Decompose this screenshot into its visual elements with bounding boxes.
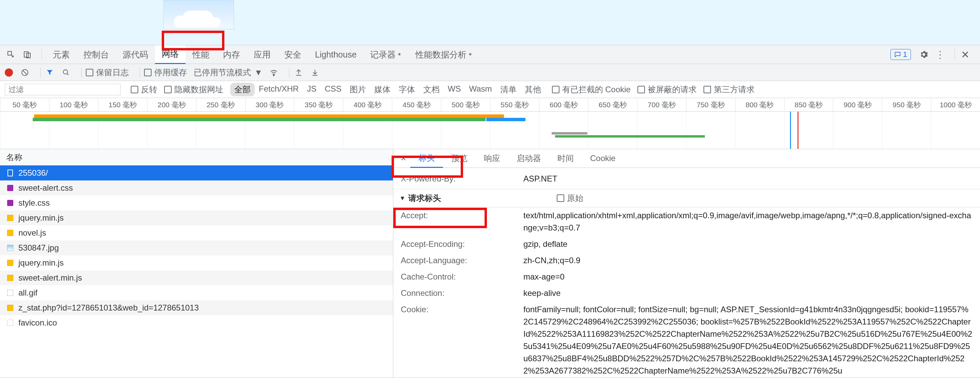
page-image-thumbnail	[164, 0, 234, 29]
request-row[interactable]: sweet-alert.min.js	[0, 270, 393, 285]
search-icon[interactable]	[61, 67, 71, 78]
detail-tab-启动器[interactable]: 启动器	[508, 149, 549, 168]
tab-性能数据分析[interactable]: 性能数据分析	[409, 45, 479, 64]
request-detail-panel: × 标头预览响应启动器时间Cookie X-Powered-By: ASP.NE…	[393, 149, 980, 377]
file-type-icon	[6, 184, 14, 192]
file-type-icon	[6, 304, 14, 312]
status-bar: 11 个请求 已传输 24.5 kB 372 kB 项资源 完成用时：949 毫…	[0, 377, 980, 380]
header-value: max-age=0	[523, 271, 972, 283]
request-row[interactable]: all.gif	[0, 285, 393, 301]
dropdown-icon[interactable]: ▼	[255, 68, 262, 77]
download-icon[interactable]	[310, 67, 320, 78]
filter-type-其他[interactable]: 其他	[521, 83, 545, 96]
request-row[interactable]: style.css	[0, 196, 393, 210]
filter-type-全部[interactable]: 全部	[230, 83, 255, 96]
file-type-icon	[6, 229, 14, 237]
request-row[interactable]: jquery.min.js	[0, 210, 393, 226]
filter-type-Wasm[interactable]: Wasm	[465, 83, 496, 96]
waterfall-overview[interactable]	[0, 112, 980, 149]
request-row[interactable]: sweet-alert.css	[0, 180, 393, 196]
wifi-icon[interactable]	[269, 67, 279, 78]
detail-tab-Cookie[interactable]: Cookie	[582, 149, 624, 168]
tab-元素[interactable]: 元素	[46, 45, 76, 64]
tab-Lighthouse[interactable]: Lighthouse	[308, 45, 363, 64]
request-row[interactable]: jquery.min.js	[0, 255, 393, 270]
detail-tabs: × 标头预览响应启动器时间Cookie	[393, 149, 980, 168]
request-row[interactable]: z_stat.php?id=1278651013&web_id=12786510…	[0, 301, 393, 315]
messages-count: 1	[903, 50, 907, 59]
file-type-icon	[6, 214, 14, 222]
filter-input[interactable]	[5, 84, 121, 95]
raw-checkbox[interactable]: 原始	[557, 193, 583, 204]
header-value: fontFamily=null; fontColor=null; fontSiz…	[523, 304, 972, 377]
disclosure-triangle-icon: ▼	[399, 195, 406, 202]
filter-type-清单[interactable]: 清单	[496, 83, 521, 96]
settings-icon[interactable]	[918, 48, 930, 60]
filter-type-WS[interactable]: WS	[444, 83, 465, 96]
filter-icon[interactable]	[45, 67, 55, 78]
request-row[interactable]: novel.js	[0, 226, 393, 240]
file-type-icon	[6, 244, 14, 252]
request-list: 名称 255036/sweet-alert.cssstyle.cssjquery…	[0, 149, 393, 377]
file-type-icon	[6, 289, 14, 297]
file-type-icon	[6, 259, 14, 267]
header-key: Cache-Control:	[401, 271, 523, 283]
file-type-icon	[6, 199, 14, 207]
header-value: ASP.NET	[523, 173, 972, 185]
header-key: Connection:	[401, 287, 523, 299]
devtools-toolbar: 元素控制台源代码网络性能内存应用安全Lighthouse记录器 性能数据分析 1…	[0, 45, 980, 64]
file-type-icon	[6, 274, 14, 282]
header-key: Accept-Language:	[401, 254, 523, 267]
filter-type-Fetch/XHR[interactable]: Fetch/XHR	[255, 83, 303, 96]
preserve-log-checkbox[interactable]: 保留日志	[86, 67, 129, 78]
inspect-icon[interactable]	[5, 48, 17, 60]
tab-记录器[interactable]: 记录器	[363, 45, 409, 64]
filter-type-媒体[interactable]: 媒体	[370, 83, 395, 96]
header-key: Accept-Encoding:	[401, 238, 523, 250]
header-value: keep-alive	[523, 287, 972, 299]
header-key: Cookie:	[401, 304, 523, 377]
disable-cache-label: 停用缓存	[154, 67, 187, 78]
tab-应用[interactable]: 应用	[247, 45, 277, 64]
request-row[interactable]: 255036/	[0, 165, 393, 180]
timeline-ruler[interactable]: 50 毫秒100 毫秒150 毫秒200 毫秒250 毫秒300 毫秒350 毫…	[0, 98, 980, 112]
request-row[interactable]: favicon.ico	[0, 315, 393, 330]
detail-tab-时间[interactable]: 时间	[549, 149, 582, 168]
request-row[interactable]: 530847.jpg	[0, 240, 393, 255]
highlight-headers-tab	[391, 156, 463, 178]
filter-bar: 反转 隐藏数据网址 全部Fetch/XHRJSCSS图片媒体字体文档WSWasm…	[0, 81, 980, 98]
tab-控制台[interactable]: 控制台	[76, 45, 116, 64]
network-subtoolbar: 保留日志 停用缓存 已停用节流模式 ▼	[0, 64, 980, 81]
tab-源代码[interactable]: 源代码	[116, 45, 155, 64]
device-toggle-icon[interactable]	[21, 48, 33, 60]
detail-tab-响应[interactable]: 响应	[476, 149, 508, 168]
close-devtools-icon[interactable]: ✕	[959, 48, 971, 60]
third-party-checkbox[interactable]: 第三方请求	[703, 84, 754, 95]
preserve-log-label: 保留日志	[96, 67, 129, 78]
filter-type-文档[interactable]: 文档	[419, 83, 444, 96]
tab-安全[interactable]: 安全	[277, 45, 308, 64]
blocked-cookies-checkbox[interactable]: 有已拦截的 Cookie	[552, 84, 631, 95]
disable-cache-checkbox[interactable]: 停用缓存	[144, 67, 187, 78]
invert-checkbox[interactable]: 反转	[131, 84, 158, 95]
page-content-area	[0, 0, 980, 45]
request-headers-section[interactable]: ▼ 请求标头 原始	[393, 189, 980, 207]
hide-data-urls-checkbox[interactable]: 隐藏数据网址	[164, 84, 223, 95]
file-type-icon	[6, 319, 14, 327]
record-icon[interactable]	[5, 68, 13, 76]
file-type-icon	[6, 169, 14, 177]
blocked-requests-checkbox[interactable]: 被屏蔽的请求	[638, 84, 697, 95]
header-value: gzip, deflate	[523, 238, 972, 250]
svg-point-4	[63, 70, 68, 74]
filter-type-CSS[interactable]: CSS	[320, 83, 345, 96]
messages-badge[interactable]: 1	[891, 49, 911, 60]
request-list-header[interactable]: 名称	[0, 149, 393, 165]
header-value: zh-CN,zh;q=0.9	[523, 254, 972, 267]
throttling-label[interactable]: 已停用节流模式	[194, 67, 251, 78]
filter-type-JS[interactable]: JS	[303, 83, 320, 96]
filter-type-字体[interactable]: 字体	[395, 83, 419, 96]
upload-icon[interactable]	[294, 67, 304, 78]
filter-type-图片[interactable]: 图片	[345, 83, 370, 96]
clear-icon[interactable]	[20, 67, 30, 78]
more-icon[interactable]: ⋮	[934, 48, 946, 60]
